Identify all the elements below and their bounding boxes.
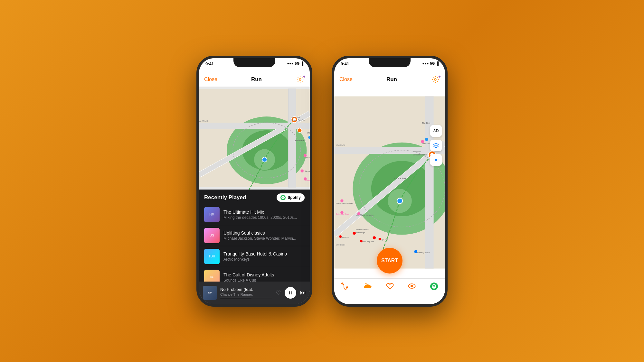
pause-button[interactable] <box>285 287 296 299</box>
svg-point-58 <box>353 231 356 235</box>
svg-text:Central Park: Central Park <box>294 139 306 141</box>
track-name-2: Uplifting Soul clasics <box>223 230 305 236</box>
track-name-3: Tranquility Base Hotel & Casino <box>223 251 305 256</box>
battery-right: ▐ <box>436 61 439 65</box>
tab-signal[interactable] <box>408 283 416 290</box>
recently-played-header: Recently Played Spotify <box>199 190 310 204</box>
track-sub-1: Mixing the decades 1900s, 2000s, 2010s..… <box>223 215 305 220</box>
svg-text:Argo Tea: Argo Tea <box>380 238 388 240</box>
now-playing-controls: ♡ ⏭ <box>276 287 306 299</box>
svg-point-24 <box>300 169 304 172</box>
gear-icon-right[interactable] <box>431 75 440 84</box>
svg-text:Central Park Run: Central Park Run <box>291 119 306 121</box>
svg-point-0 <box>299 79 301 80</box>
svg-rect-6 <box>288 89 296 187</box>
notch-right <box>369 58 411 67</box>
svg-text:Museum of Arts: Museum of Arts <box>356 228 369 230</box>
svg-rect-29 <box>289 291 290 294</box>
map-layers-button[interactable] <box>430 140 442 151</box>
svg-point-62 <box>339 235 342 238</box>
tab-route[interactable] <box>341 283 349 290</box>
tab-heart[interactable] <box>386 283 394 290</box>
track-item-2[interactable]: US Uplifting Soul clasics Michael Jackso… <box>199 225 310 246</box>
svg-text:W 60th St: W 60th St <box>336 144 345 146</box>
track-art-3: TBH <box>204 249 220 264</box>
svg-text:Central Park Run: Central Park Run <box>413 153 427 155</box>
svg-point-54 <box>421 140 424 143</box>
svg-text:The Duo: The Duo <box>307 131 310 134</box>
nav-bar-right: Close Run <box>334 72 445 87</box>
svg-rect-8 <box>199 123 310 129</box>
now-playing-bar: NP No Problem (feat. Chance The Rapper. … <box>199 282 310 304</box>
svg-point-74 <box>412 286 412 286</box>
heart-icon[interactable]: ♡ <box>276 289 281 296</box>
svg-text:Whole Foods Market: Whole Foods Market <box>305 170 310 172</box>
start-button[interactable]: START <box>377 248 402 274</box>
map-area-left: The Duo Jean-Georges Start Point Central… <box>199 87 310 190</box>
now-playing-progress[interactable] <box>220 298 272 298</box>
svg-point-31 <box>434 79 436 80</box>
signal-right: ●●● <box>422 61 429 65</box>
map-3d-button[interactable]: 3D <box>430 125 442 137</box>
track-item-1[interactable]: HM The Ultimate Hit Mix Mixing the decad… <box>199 204 310 225</box>
status-icons-right: ●●● 5G ▐ <box>422 61 439 65</box>
network-left: 5G <box>295 61 300 65</box>
now-playing-artist: Chance The Rapper. <box>220 292 272 296</box>
track-info-3: Tranquility Base Hotel & Casino Arctic M… <box>223 251 305 262</box>
svg-point-56 <box>340 211 344 214</box>
phone-right: 9:41 ●●● 5G ▐ Close Run <box>332 56 448 307</box>
svg-text:Whole Foods Market: Whole Foods Market <box>336 202 353 204</box>
close-button-left[interactable]: Close <box>204 77 217 82</box>
network-right: 5G <box>430 61 435 65</box>
track-sub-2: Michael Jackson, Stevie Wonder, Marvin..… <box>223 236 305 241</box>
close-button-right[interactable]: Close <box>339 77 353 82</box>
track-info-4: The Cult of Disney Adults Sounds Like A … <box>223 272 305 283</box>
svg-text:Start Point: Start Point <box>291 116 300 118</box>
gear-icon-left[interactable] <box>296 75 305 84</box>
svg-point-70 <box>435 159 437 161</box>
track-sub-3: Arctic Monkeys <box>223 257 305 262</box>
svg-point-66 <box>379 238 381 240</box>
track-art-1: HM <box>204 207 220 222</box>
spotify-icon <box>280 195 286 200</box>
svg-point-57 <box>357 212 361 215</box>
recently-played-title: Recently Played <box>204 194 246 201</box>
now-playing-info: No Problem (feat. Chance The Rapper. <box>220 287 272 298</box>
track-art-2: US <box>204 228 220 243</box>
svg-text:Start Point: Start Point <box>413 151 421 153</box>
battery-left: ▐ <box>301 61 303 65</box>
track-item-3[interactable]: TBH Tranquility Base Hotel & Casino Arct… <box>199 246 310 267</box>
svg-point-72 <box>346 287 348 288</box>
svg-text:Central Park: Central Park <box>394 177 406 180</box>
svg-text:La Plan Quendlin: La Plan Quendlin <box>416 251 430 253</box>
spotify-badge[interactable]: Spotify <box>277 193 305 202</box>
next-button[interactable]: ⏭ <box>300 289 306 296</box>
map-location-button[interactable] <box>430 154 442 166</box>
time-right: 9:41 <box>341 61 349 66</box>
tab-spotify[interactable] <box>430 283 438 290</box>
svg-text:W 60th St: W 60th St <box>199 120 208 122</box>
nav-bar-left: Close Run <box>199 72 310 87</box>
svg-point-71 <box>342 283 343 284</box>
track-name-4: The Cult of Disney Adults <box>223 272 305 277</box>
svg-point-28 <box>298 128 302 132</box>
phone-left: 9:41 ●●● 5G ▐ Close Run <box>196 56 312 307</box>
tab-shoe[interactable] <box>364 283 372 289</box>
track-info-2: Uplifting Soul clasics Michael Jackson, … <box>223 230 305 241</box>
svg-text:and Design: and Design <box>356 231 365 233</box>
svg-point-60 <box>425 138 428 141</box>
svg-marker-69 <box>434 143 439 146</box>
signal-left: ●●● <box>287 61 294 65</box>
svg-point-39 <box>397 198 402 203</box>
time-left: 9:41 <box>205 61 214 66</box>
track-name-1: The Ultimate Hit Mix <box>223 209 305 215</box>
svg-text:Paris Baguette: Paris Baguette <box>362 241 374 243</box>
svg-point-68 <box>414 250 417 253</box>
svg-point-55 <box>340 199 344 202</box>
svg-text:W 58th St: W 58th St <box>336 243 345 246</box>
now-playing-name: No Problem (feat. <box>220 287 272 292</box>
svg-point-64 <box>360 240 363 242</box>
tab-bar-right <box>334 278 445 304</box>
page-title-right: Run <box>386 76 397 83</box>
notch-left <box>233 58 275 67</box>
